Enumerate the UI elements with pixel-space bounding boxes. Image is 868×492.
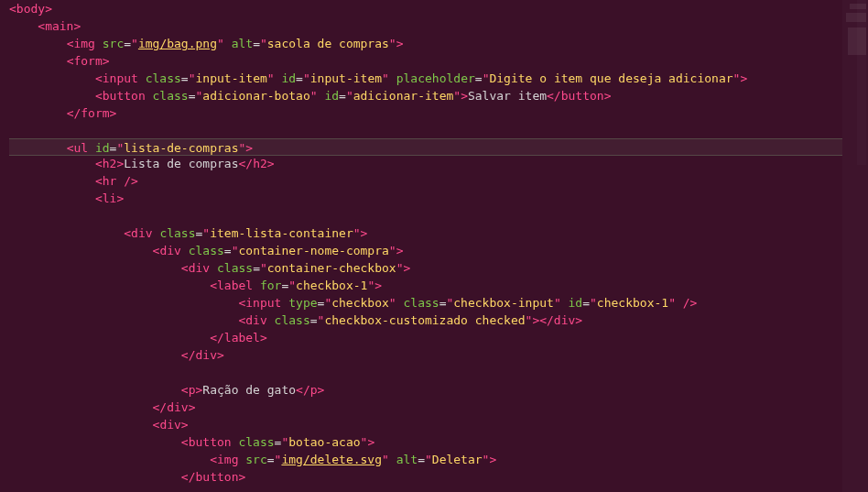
code-line: <button class="adicionar-botao" id="adic…: [9, 87, 868, 104]
code-line: <div class="container-checkbox">: [9, 259, 868, 277]
code-line: <li>: [9, 190, 868, 207]
code-line: </div>: [9, 346, 868, 364]
code-line: </div>: [9, 399, 868, 416]
code-line: </label>: [9, 329, 868, 346]
code-line: </form>: [9, 104, 868, 122]
code-line: <ul id="lista-de-compras">: [9, 138, 842, 156]
code-line: <input class="input-item" id="input-item…: [9, 70, 868, 87]
code-line: <label for="checkbox-1">: [9, 277, 868, 294]
code-line: <button class="botao-acao">: [9, 433, 868, 451]
code-line: <main>: [9, 17, 868, 35]
code-line: <img src="img/bag.png" alt="sacola de co…: [9, 35, 868, 52]
code-line: <form>: [9, 52, 868, 70]
code-editor[interactable]: <body> <main> <img src="img/bag.png" alt…: [0, 0, 868, 486]
code-line: <img src="img/delete.svg" alt="Deletar">: [9, 451, 868, 468]
code-line: <div class="checkbox-customizado checked…: [9, 312, 868, 329]
scrollbar-thumb[interactable]: [857, 0, 866, 165]
code-line: <input type="checkbox" class="checkbox-i…: [9, 294, 868, 312]
code-line: </button>: [9, 468, 868, 486]
code-line: <body>: [9, 0, 868, 17]
code-line: <hr />: [9, 172, 868, 190]
code-line: <p>Ração de gato</p>: [9, 381, 868, 399]
code-line: <div>: [9, 416, 868, 433]
vertical-scrollbar[interactable]: [855, 0, 868, 492]
code-line: <h2>Lista de compras</h2>: [9, 155, 868, 172]
code-line: <div class="item-lista-container">: [9, 224, 868, 242]
code-line: <div class="container-nome-compra">: [9, 242, 868, 259]
